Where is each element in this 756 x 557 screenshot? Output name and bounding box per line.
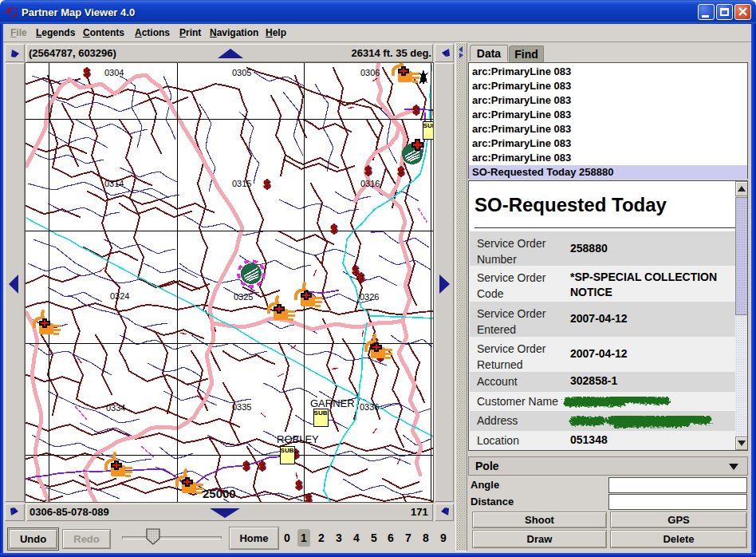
svg-text:SUB: SUB <box>423 122 433 129</box>
svg-text:$: $ <box>365 164 372 177</box>
svg-text:SUB: SUB <box>314 409 328 417</box>
svg-text:0325: 0325 <box>234 292 253 302</box>
svg-text:0305: 0305 <box>232 68 251 77</box>
svg-text:GARNER: GARNER <box>310 397 355 409</box>
svg-text:0316: 0316 <box>360 179 380 188</box>
svg-text:ROBLEY: ROBLEY <box>277 433 319 445</box>
svg-text:$: $ <box>243 459 250 472</box>
svg-text:SUB: SUB <box>281 447 294 454</box>
svg-text:0304: 0304 <box>104 68 124 77</box>
svg-text:0335: 0335 <box>232 402 251 412</box>
svg-text:0314: 0314 <box>104 179 124 188</box>
svg-text:$: $ <box>84 65 91 79</box>
svg-text:0306: 0306 <box>360 68 380 77</box>
svg-text:0324: 0324 <box>110 291 129 301</box>
svg-text:0334: 0334 <box>106 403 125 413</box>
svg-text:25000: 25000 <box>203 487 236 500</box>
svg-text:$: $ <box>259 459 266 472</box>
svg-text:0336: 0336 <box>360 402 379 412</box>
svg-text:$: $ <box>264 177 271 191</box>
svg-text:$: $ <box>358 271 365 284</box>
svg-text:$: $ <box>331 222 338 235</box>
svg-text:0326: 0326 <box>360 292 379 302</box>
svg-text:$: $ <box>413 103 420 117</box>
svg-text:$: $ <box>398 164 405 178</box>
svg-text:$: $ <box>296 478 303 492</box>
svg-text:$: $ <box>305 492 313 503</box>
svg-text:TS: TS <box>431 109 433 117</box>
svg-text:0315: 0315 <box>232 179 251 188</box>
